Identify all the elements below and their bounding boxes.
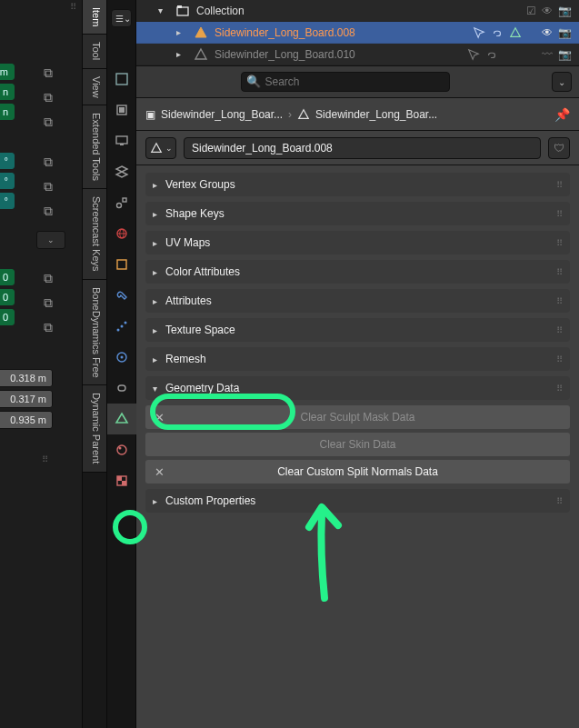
eye-icon[interactable]: 👁 <box>542 5 553 17</box>
drag-handle-icon[interactable]: ⠿ <box>556 238 564 248</box>
drag-handle-icon[interactable]: ⠿ <box>556 180 564 190</box>
panel-attributes[interactable]: ▸Attributes⠿ <box>145 289 570 313</box>
tab-screencast-keys[interactable]: Screencast Keys <box>83 189 106 280</box>
drag-handle-icon[interactable]: ⠿ <box>556 325 564 335</box>
tab-view-layer-icon[interactable] <box>107 156 136 187</box>
tab-bonedynamics-free[interactable]: BoneDynamics Free <box>83 280 106 386</box>
tab-view[interactable]: View <box>83 69 106 106</box>
tab-particles-icon[interactable] <box>107 311 136 342</box>
tab-tool-icon[interactable] <box>107 64 136 95</box>
copy-icon[interactable]: ⧉ <box>44 115 53 130</box>
drag-handle-icon[interactable]: ⠿ <box>70 2 78 12</box>
tab-extended-tools[interactable]: Extended Tools <box>83 105 106 189</box>
tab-object-icon[interactable] <box>107 249 136 280</box>
scale-z-field[interactable]: 0 <box>0 309 15 325</box>
dimension-y-field[interactable]: 0.317 m <box>0 390 53 408</box>
copy-icon[interactable]: ⧉ <box>44 204 53 219</box>
tab-tool[interactable]: Tool <box>83 35 106 68</box>
object-row[interactable]: ▸ Sidewinder_Long_Board.008 👁 📷 <box>136 22 579 44</box>
drag-handle-icon[interactable]: ⠿ <box>556 296 564 306</box>
select-icon[interactable] <box>467 48 480 61</box>
panel-geometry-data[interactable]: ▾ Geometry Data ⠿ <box>145 376 570 400</box>
panel-uv-maps[interactable]: ▸UV Maps⠿ <box>145 231 570 254</box>
chevron-right-icon: ▸ <box>153 296 165 306</box>
fake-user-toggle[interactable]: 🛡 <box>548 137 570 159</box>
link-icon[interactable] <box>491 26 504 39</box>
copy-icon[interactable]: ⧉ <box>44 179 53 194</box>
mesh-icon <box>193 46 209 63</box>
scale-y-field[interactable]: 0 <box>0 289 15 305</box>
pin-icon[interactable]: 📌 <box>554 107 570 122</box>
disclosure-icon[interactable]: ▾ <box>158 5 169 15</box>
tab-output-icon[interactable] <box>107 125 136 156</box>
scale-x-field[interactable]: 0 <box>0 269 15 285</box>
clear-custom-split-normals-button[interactable]: ✕Clear Custom Split Normals Data <box>145 460 570 484</box>
select-icon[interactable] <box>473 26 485 39</box>
dimension-z-field[interactable]: 0.935 m <box>0 411 53 429</box>
copy-icon[interactable]: ⧉ <box>44 320 53 335</box>
panel-texture-space[interactable]: ▸Texture Space⠿ <box>145 318 570 342</box>
drag-handle-icon[interactable]: ⠿ <box>556 496 564 506</box>
mesh-datablock-dropdown[interactable]: ⌄ <box>145 137 176 159</box>
svg-marker-23 <box>195 27 206 37</box>
camera-icon[interactable]: 📷 <box>558 48 572 61</box>
copy-icon[interactable]: ⧉ <box>44 155 53 170</box>
checkbox-icon[interactable]: ☑ <box>526 5 536 17</box>
outliner[interactable]: ▾ Collection ☑ 👁 📷 ▸ Sidewinder_Long_Boa… <box>136 0 579 65</box>
rotation-z-field[interactable]: ° <box>0 193 15 209</box>
location-z-field[interactable]: n <box>0 104 15 120</box>
location-x-field[interactable]: m <box>0 64 15 80</box>
panel-shape-keys[interactable]: ▸Shape Keys⠿ <box>145 202 570 225</box>
disclosure-icon[interactable]: ▸ <box>176 49 187 59</box>
panel-vertex-groups[interactable]: ▸Vertex Groups⠿ <box>145 173 570 196</box>
panels-scroll-area[interactable]: ▸Vertex Groups⠿ ▸Shape Keys⠿ ▸UV Maps⠿ ▸… <box>136 165 579 728</box>
chevron-down-icon: ▾ <box>153 384 165 394</box>
rotation-mode-dropdown[interactable]: ⌄ <box>36 231 65 249</box>
camera-icon[interactable]: 📷 <box>558 26 572 39</box>
filter-dropdown[interactable]: ⌄ <box>552 72 572 92</box>
rotation-y-field[interactable]: ° <box>0 173 15 189</box>
breadcrumb-mesh[interactable]: Sidewinder_Long_Boar... <box>315 108 437 121</box>
copy-icon[interactable]: ⧉ <box>44 65 53 81</box>
tab-mesh-data-icon[interactable] <box>107 404 136 434</box>
camera-icon[interactable]: 📷 <box>558 5 572 17</box>
panel-remesh[interactable]: ▸Remesh⠿ <box>145 347 570 371</box>
copy-icon[interactable]: ⧉ <box>44 90 53 105</box>
tab-world-icon[interactable] <box>107 218 136 249</box>
tab-scene-icon[interactable] <box>107 187 136 218</box>
drag-handle-icon[interactable]: ⠿ <box>556 354 564 364</box>
drag-handle-icon[interactable]: ⠿ <box>556 209 564 219</box>
tab-modifier-icon[interactable] <box>107 280 136 311</box>
object-row[interactable]: ▸ Sidewinder_Long_Board.010 〰 📷 <box>136 44 579 65</box>
tab-constraint-icon[interactable] <box>107 373 136 404</box>
svg-point-16 <box>117 445 126 454</box>
tab-texture-icon[interactable] <box>107 465 136 496</box>
collection-row[interactable]: ▾ Collection ☑ 👁 📷 <box>136 0 579 22</box>
tab-physics-icon[interactable] <box>107 342 136 373</box>
drag-handle-icon[interactable]: ⠿ <box>42 454 50 464</box>
svg-rect-7 <box>123 198 126 202</box>
disclosure-icon[interactable]: ▸ <box>176 27 187 37</box>
mesh-data-icon[interactable] <box>509 26 522 39</box>
eye-closed-icon[interactable]: 〰 <box>542 48 553 61</box>
tab-item[interactable]: Item <box>83 0 106 35</box>
copy-icon[interactable]: ⧉ <box>44 271 53 286</box>
location-y-field[interactable]: n <box>0 84 15 100</box>
eye-icon[interactable]: 👁 <box>542 26 553 39</box>
search-input[interactable] <box>241 72 450 92</box>
dimension-x-field[interactable]: 0.318 m <box>0 369 53 387</box>
copy-icon[interactable]: ⧉ <box>44 295 53 311</box>
editor-type-dropdown[interactable]: ☰⌄ <box>111 9 132 27</box>
tab-dynamic-parent[interactable]: Dynamic Parent <box>83 385 106 472</box>
panel-color-attributes[interactable]: ▸Color Attributes⠿ <box>145 260 570 284</box>
tab-render-icon[interactable] <box>107 95 136 125</box>
tab-material-icon[interactable] <box>107 434 136 465</box>
mesh-name-input[interactable] <box>184 137 541 159</box>
link-icon[interactable] <box>485 48 498 61</box>
rotation-x-field[interactable]: ° <box>0 153 15 169</box>
svg-marker-15 <box>116 414 127 423</box>
drag-handle-icon[interactable]: ⠿ <box>556 267 564 277</box>
drag-handle-icon[interactable]: ⠿ <box>556 384 564 394</box>
breadcrumb-scene[interactable]: Sidewinder_Long_Boar... <box>161 108 283 121</box>
panel-custom-properties[interactable]: ▸Custom Properties⠿ <box>145 489 570 513</box>
